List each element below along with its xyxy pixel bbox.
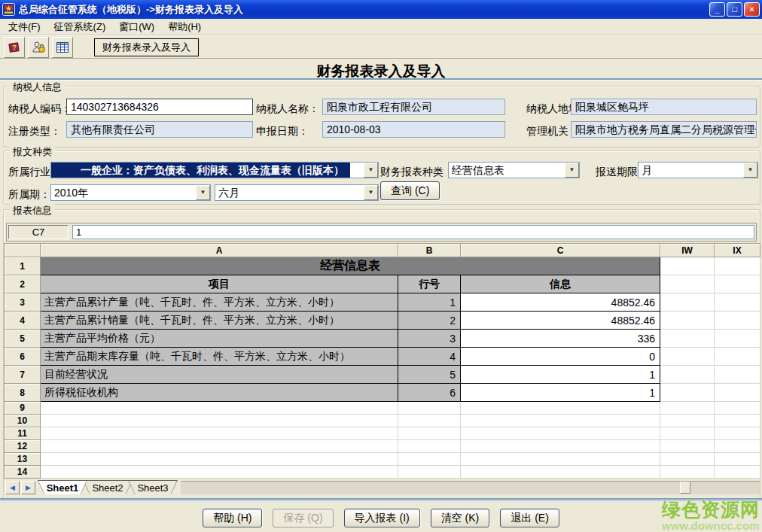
- cell[interactable]: [715, 440, 760, 453]
- cell[interactable]: 0: [461, 348, 660, 366]
- cell[interactable]: [715, 275, 760, 293]
- cell[interactable]: [660, 415, 715, 427]
- menu-help[interactable]: 帮助(H): [161, 19, 208, 35]
- user-permission-button[interactable]: [28, 37, 49, 58]
- cell[interactable]: 2: [398, 312, 461, 330]
- industry-combo[interactable]: 一般企业：资产负债表、利润表、现金流量表（旧版本） ▼: [50, 162, 379, 178]
- cell[interactable]: [660, 293, 715, 312]
- cell[interactable]: 信息: [461, 275, 660, 293]
- taxpayer-code-field[interactable]: [66, 99, 253, 115]
- row-header[interactable]: 11: [5, 427, 41, 440]
- cell[interactable]: 4: [398, 348, 461, 366]
- menu-collection-system[interactable]: 征管系统(Z): [47, 19, 113, 35]
- column-header[interactable]: A: [41, 244, 398, 257]
- cell[interactable]: [398, 440, 461, 453]
- help-button[interactable]: 帮助 (H): [203, 509, 262, 527]
- row-header[interactable]: 10: [5, 415, 41, 427]
- formula-input[interactable]: [72, 225, 754, 239]
- cell[interactable]: [660, 348, 715, 366]
- cell[interactable]: [398, 415, 461, 427]
- cell[interactable]: [715, 427, 760, 440]
- cell[interactable]: 主营产品累计销量（吨、千瓦时、件、平方米、立方米、小时）: [41, 312, 398, 330]
- cell[interactable]: 项目: [41, 275, 398, 293]
- cell[interactable]: [660, 366, 715, 384]
- cell[interactable]: [715, 384, 760, 402]
- clear-button[interactable]: 清空 (K): [431, 509, 490, 527]
- menu-window[interactable]: 窗口(W): [112, 19, 161, 35]
- cell[interactable]: 目前经营状况: [41, 366, 398, 384]
- dropdown-arrow-icon[interactable]: ▼: [364, 185, 378, 200]
- cell[interactable]: 3: [398, 330, 461, 348]
- cell[interactable]: [660, 257, 715, 275]
- prev-sheet-button[interactable]: ◀: [5, 481, 20, 494]
- cell[interactable]: [398, 453, 461, 466]
- row-header[interactable]: 13: [5, 453, 41, 466]
- exit-button[interactable]: 退出 (E): [500, 509, 559, 527]
- cell[interactable]: [660, 275, 715, 293]
- cell[interactable]: [398, 402, 461, 415]
- cell[interactable]: [715, 466, 760, 479]
- query-button[interactable]: 查询 (C): [380, 181, 440, 200]
- cell[interactable]: 5: [398, 366, 461, 384]
- row-header[interactable]: 4: [5, 312, 41, 330]
- help-book-button[interactable]: ?: [4, 37, 25, 58]
- cell[interactable]: [660, 427, 715, 440]
- cell[interactable]: [715, 312, 760, 330]
- cell[interactable]: 6: [398, 384, 461, 402]
- cell[interactable]: [461, 427, 660, 440]
- row-header[interactable]: 5: [5, 330, 41, 348]
- row-header[interactable]: 12: [5, 440, 41, 453]
- module-tab[interactable]: 财务报表录入及导入: [94, 38, 199, 56]
- cell[interactable]: 主营产品累计产量（吨、千瓦时、件、平方米、立方米、小时）: [41, 293, 398, 312]
- cell[interactable]: [461, 440, 660, 453]
- row-header[interactable]: 2: [5, 275, 41, 293]
- cell[interactable]: 48852.46: [461, 293, 660, 312]
- cell[interactable]: [41, 427, 398, 440]
- scrollbar-thumb[interactable]: [680, 482, 690, 494]
- cell[interactable]: [715, 257, 760, 275]
- menu-file[interactable]: 文件(F): [2, 19, 47, 35]
- cell[interactable]: [461, 453, 660, 466]
- maximize-button[interactable]: □: [727, 2, 742, 17]
- year-combo[interactable]: 2010年 ▼: [50, 184, 211, 201]
- column-header[interactable]: IW: [660, 244, 715, 257]
- cell[interactable]: [715, 453, 760, 466]
- dropdown-arrow-icon[interactable]: ▼: [364, 163, 378, 178]
- dropdown-arrow-icon[interactable]: ▼: [743, 163, 757, 178]
- close-button[interactable]: ×: [744, 2, 760, 17]
- column-header[interactable]: IX: [715, 244, 760, 257]
- dropdown-arrow-icon[interactable]: ▼: [565, 163, 579, 178]
- cell[interactable]: [41, 440, 398, 453]
- row-header[interactable]: 7: [5, 366, 41, 384]
- cell[interactable]: [461, 466, 660, 479]
- cell-reference-box[interactable]: C7: [8, 225, 69, 239]
- cell[interactable]: 1: [461, 384, 660, 402]
- column-header[interactable]: C: [461, 244, 660, 257]
- dropdown-arrow-icon[interactable]: ▼: [196, 185, 210, 200]
- cell[interactable]: [660, 402, 715, 415]
- month-combo[interactable]: 六月 ▼: [215, 184, 379, 201]
- minimize-button[interactable]: _: [709, 2, 725, 17]
- cell[interactable]: 336: [461, 330, 660, 348]
- row-header[interactable]: 14: [5, 466, 41, 479]
- cell[interactable]: [660, 330, 715, 348]
- cell[interactable]: [41, 453, 398, 466]
- cell[interactable]: [41, 466, 398, 479]
- cell[interactable]: [660, 440, 715, 453]
- cell[interactable]: [660, 312, 715, 330]
- next-sheet-button[interactable]: ▶: [21, 481, 35, 494]
- cell[interactable]: [715, 330, 760, 348]
- cell[interactable]: [41, 402, 398, 415]
- cell[interactable]: [660, 384, 715, 402]
- cell[interactable]: [398, 427, 461, 440]
- cell[interactable]: [715, 366, 760, 384]
- cell[interactable]: 主营产品期末库存量（吨、千瓦时、件、平方米、立方米、小时）: [41, 348, 398, 366]
- row-header[interactable]: 9: [5, 402, 41, 415]
- report-table-button[interactable]: [52, 37, 73, 58]
- cell[interactable]: [715, 402, 760, 415]
- cell[interactable]: [41, 415, 398, 427]
- row-header[interactable]: 3: [5, 293, 41, 312]
- cell[interactable]: [461, 402, 660, 415]
- sheet-title-cell[interactable]: 经营信息表: [41, 257, 660, 275]
- row-header[interactable]: 1: [5, 257, 41, 275]
